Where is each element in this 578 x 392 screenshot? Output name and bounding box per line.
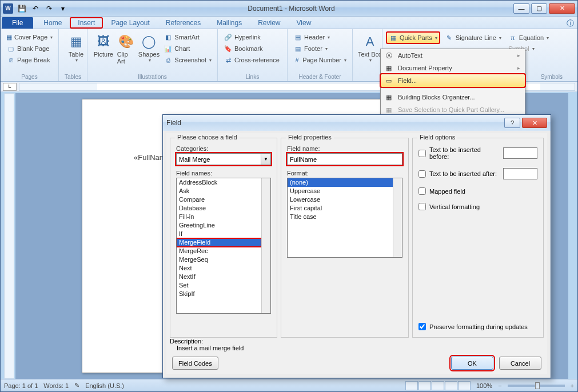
tab-insert[interactable]: Insert (70, 17, 103, 29)
format-item[interactable]: (none) (288, 178, 393, 187)
redo-icon[interactable]: ↷ (43, 3, 55, 14)
tab-references[interactable]: References (158, 17, 209, 29)
zoom-slider[interactable] (508, 385, 565, 387)
page-break-button[interactable]: ⎚Page Break (4, 54, 55, 66)
minimize-button[interactable]: — (513, 3, 529, 14)
qat-customize-icon[interactable]: ▾ (57, 3, 69, 14)
bookmark-button[interactable]: 🔖Bookmark (221, 43, 284, 54)
fieldname-item[interactable]: If (177, 230, 261, 238)
format-listbox[interactable]: (none)UppercaseLowercaseFirst capitalTit… (287, 178, 402, 258)
opt-before-input[interactable] (503, 147, 537, 159)
tab-home[interactable]: Home (35, 17, 70, 29)
vertical-ruler[interactable] (4, 93, 14, 379)
categories-combobox[interactable]: ▼ (176, 153, 271, 165)
fieldname-item[interactable]: Fill-in (177, 213, 261, 221)
fieldname-item[interactable]: Compare (177, 195, 261, 204)
equation-icon: π (508, 33, 517, 42)
tab-selector[interactable]: L (3, 83, 17, 91)
bbo-icon: ▦ (384, 93, 393, 102)
opt-after-checkbox[interactable] (418, 170, 426, 178)
zoom-out-icon[interactable]: − (498, 382, 501, 389)
fieldname-item[interactable]: Next (177, 264, 261, 273)
status-language[interactable]: English (U.S.) (85, 382, 124, 389)
tab-mailings[interactable]: Mailings (209, 17, 250, 29)
format-item[interactable]: Lowercase (288, 195, 393, 204)
dialog-close-button[interactable]: ✕ (522, 118, 547, 128)
fieldcodes-button[interactable]: Field Codes (172, 357, 218, 370)
chart-button[interactable]: 📊Chart (161, 43, 214, 54)
opt-after-input[interactable] (503, 168, 537, 179)
menu-bbo[interactable]: ▦Building Blocks Organizer... (381, 91, 525, 103)
fieldname-item[interactable]: GreetingLine (177, 221, 261, 230)
menu-autotext[interactable]: ⒶAutoText▸ (381, 49, 525, 62)
undo-icon[interactable]: ↶ (29, 3, 42, 14)
fieldname-item[interactable]: NextIf (177, 273, 261, 281)
view-printlayout[interactable] (405, 381, 418, 390)
pagenumber-button[interactable]: #Page Number▾ (291, 54, 349, 66)
fieldname-item[interactable]: Database (177, 204, 261, 213)
scrollbar[interactable] (393, 178, 402, 257)
format-item[interactable]: Uppercase (288, 187, 393, 195)
fieldname-item[interactable]: AddressBlock (177, 178, 261, 187)
page-icon: ▦ (6, 33, 13, 42)
help-icon[interactable]: ⓘ (567, 18, 574, 29)
smartart-button[interactable]: ◧SmartArt (161, 31, 214, 43)
fieldname-item[interactable]: MergeField (177, 238, 261, 247)
fieldname-item[interactable]: MergeRec (177, 247, 261, 255)
footer-button[interactable]: ▤Footer▾ (291, 43, 349, 54)
save-icon[interactable]: 💾 (15, 3, 28, 14)
tab-view[interactable]: View (289, 17, 320, 29)
zoom-in-icon[interactable]: + (571, 382, 574, 389)
menu-docprop[interactable]: ▦Document Property▸ (381, 62, 525, 74)
equation-button[interactable]: πEquation▾ (506, 31, 551, 44)
format-item[interactable]: First capital (288, 204, 393, 213)
quickparts-button[interactable]: ▦Quick Parts▾ (386, 31, 440, 44)
menu-field[interactable]: ▭Field... (380, 74, 525, 87)
screenshot-button[interactable]: ⎙Screenshot▾ (161, 54, 214, 66)
view-outline[interactable] (445, 381, 457, 390)
tab-review[interactable]: Review (250, 17, 288, 29)
ok-button[interactable]: OK (451, 357, 493, 370)
tab-page-layout[interactable]: Page Layout (103, 17, 157, 29)
blank-page-button[interactable]: ▢Blank Page (4, 43, 55, 54)
hyperlink-button[interactable]: 🔗Hyperlink (221, 31, 284, 43)
opt-vertical-checkbox[interactable] (418, 203, 426, 210)
opt-before-checkbox[interactable] (418, 150, 426, 157)
header-button[interactable]: ▤Header▾ (291, 31, 349, 43)
file-tab[interactable]: File (2, 17, 33, 29)
preserve-checkbox[interactable] (418, 323, 426, 330)
fieldname-item[interactable]: SkipIf (177, 290, 261, 298)
categories-dropdown-icon[interactable]: ▼ (261, 154, 270, 165)
fieldname-item[interactable]: MergeSeq (177, 255, 261, 264)
group-tables: Tables (62, 74, 83, 81)
signature-button[interactable]: ✎Signature Line▾ (443, 31, 504, 44)
clipart-button[interactable]: 🎨Clip Art (116, 31, 137, 66)
ribbon-tabs: File Home Insert Page Layout References … (1, 17, 577, 29)
fieldname-item[interactable]: Ask (177, 187, 261, 195)
crossref-button[interactable]: ⇄Cross-reference (221, 54, 284, 66)
fieldname-input[interactable] (287, 153, 402, 165)
picture-button[interactable]: 🖼Picture (91, 31, 116, 66)
dialog-help-button[interactable]: ? (504, 118, 520, 128)
textbox-button[interactable]: AText Box▾ (356, 31, 384, 64)
table-button[interactable]: ▦Table▾ (62, 31, 90, 64)
categories-input[interactable] (177, 154, 261, 165)
proofing-icon[interactable]: ✎ (74, 382, 79, 389)
dialog-titlebar: Field ? ✕ (163, 115, 551, 131)
fieldnames-listbox[interactable]: AddressBlockAskCompareDatabaseFill-inGre… (176, 178, 271, 314)
cover-page-button[interactable]: ▦Cover Page▾ (4, 31, 55, 43)
fieldname-item[interactable]: Set (177, 281, 261, 290)
opt-mapped-checkbox[interactable] (418, 187, 426, 195)
status-words[interactable]: Words: 1 (43, 382, 69, 389)
status-page[interactable]: Page: 1 of 1 (4, 382, 38, 389)
scrollbar[interactable] (261, 178, 270, 313)
cancel-button[interactable]: Cancel (499, 357, 541, 370)
view-web[interactable] (432, 381, 444, 390)
maximize-button[interactable]: ▢ (531, 3, 547, 14)
zoom-level[interactable]: 100% (476, 382, 492, 389)
format-item[interactable]: Title case (288, 213, 393, 221)
close-button[interactable]: ✕ (549, 3, 575, 14)
view-draft[interactable] (458, 381, 471, 390)
shapes-button[interactable]: ◯Shapes▾ (137, 31, 162, 66)
view-fullscreen[interactable] (418, 381, 431, 390)
